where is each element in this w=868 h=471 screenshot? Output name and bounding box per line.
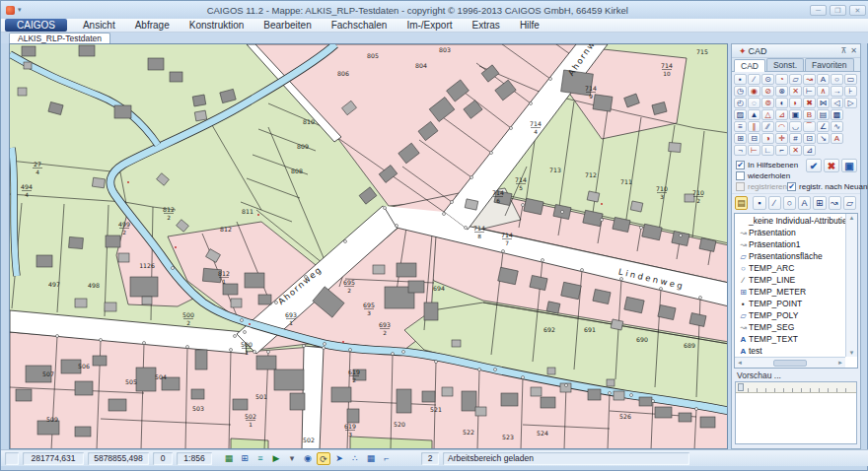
filter-line[interactable]: ∕ [768,196,781,210]
perpendicular-tool[interactable]: ⊢ [803,86,816,97]
apply-button[interactable]: ✔ [806,159,822,172]
direction-tool[interactable]: → [831,86,843,97]
quick-access-caret-icon[interactable]: ▾ [18,6,22,14]
select-icon[interactable]: ➤ [332,452,346,465]
rectangle-tool[interactable]: ▭ [844,74,857,85]
layer-item-temppoint[interactable]: ▪TEMP_POINT [735,298,845,309]
circle-center-tool[interactable]: ⊙ [761,74,774,85]
layer-item-keineindividualattributierung[interactable]: _keine Individual-Attributierung [735,215,845,227]
menu-imexport[interactable]: Im-/Export [397,19,462,32]
triangle-tool[interactable]: △ [761,109,774,120]
hatch-grid-tool[interactable]: # [789,133,802,144]
panel-tab-sonst[interactable]: Sonst. [766,58,804,71]
maximize-button[interactable]: ❐ [830,5,846,16]
map-canvas[interactable]: 2744944499281228128121112649749881181080… [9,43,728,449]
triangle-filled-tool[interactable]: ▲ [748,109,760,120]
table-tool[interactable]: ▤ [817,109,830,120]
menu-bearbeiten[interactable]: Bearbeiten [253,19,321,32]
tab-alkis-rlp-testdaten[interactable]: ALKIS_RLP-Testdaten [9,33,110,43]
view-icon[interactable]: ◉ [301,452,315,465]
layer-list-vscrollbar[interactable]: ▲▼ [845,214,857,357]
panel-header[interactable]: ✦ CAD ⊼ ✕ [732,44,860,58]
point-tool[interactable]: ▪ [734,74,747,85]
menu-caigos[interactable]: CAIGOS [5,19,67,32]
right-triangle-tool[interactable]: ⊿ [775,109,788,120]
layer-item-tempseg[interactable]: ↝TEMP_SEG [735,321,845,333]
parallel-tool[interactable]: ∥ [748,121,760,132]
filter-point[interactable]: ▪ [753,196,765,210]
panel-close-icon[interactable]: ✕ [850,46,857,55]
extend-tool[interactable]: ⊢ [748,145,760,156]
layer-grid-icon[interactable]: ▦ [222,452,236,465]
level-tool[interactable]: ⊟ [748,133,760,144]
parallel-lines-tool[interactable]: ≡ [734,121,747,132]
angle-arc-tool[interactable]: ⊿ [803,145,816,156]
tangent-left-tool[interactable]: ◁ [831,98,843,108]
layer-item-temparc[interactable]: ○TEMP_ARC [735,262,845,274]
hscroll-thumb[interactable] [773,360,807,367]
layer-item-test[interactable]: Atest [735,345,845,357]
meter-tool[interactable]: ⊞ [734,133,747,144]
offset-tool[interactable]: ⊦ [844,86,857,97]
dropdown-icon[interactable]: ▾ [285,452,299,465]
half-circle-left-tool[interactable]: ◖ [775,98,788,108]
filter-circle[interactable]: ○ [783,196,796,210]
layer-item-prsentationsflche[interactable]: ▱Präsentationsfläche [735,250,845,262]
wave-tool[interactable]: ∿ [831,121,843,132]
menu-extras[interactable]: Extras [463,19,510,32]
arc-3pt-tool[interactable]: ◷ [734,86,747,97]
menu-fachschalen[interactable]: Fachschalen [322,19,398,32]
grid-icon[interactable]: ▦ [364,452,378,465]
close-button[interactable]: ✕ [849,5,866,16]
circle-tool[interactable]: ○ [831,74,843,85]
filter-meter[interactable]: ⊞ [813,196,826,210]
arc-lower-tool[interactable]: ◡ [789,121,802,132]
info-button[interactable]: ▣ [841,159,857,172]
layer-item-templine[interactable]: ∕TEMP_LINE [735,274,845,286]
arc-start-tool[interactable]: ◴ [734,98,747,108]
corner-tool[interactable]: ⌐ [775,145,788,156]
circle-2pt-tool[interactable]: ◉ [748,86,760,97]
filter-poly[interactable]: ▱ [843,196,856,210]
minimize-button[interactable]: ─ [810,5,827,16]
registrieren-checkbox[interactable] [736,182,745,191]
box-point-tool[interactable]: ⊡ [803,133,816,144]
layer-list[interactable]: _keine Individual-Attributierung↝Präsent… [734,213,858,369]
layer-item-tempmeter[interactable]: ⊞TEMP_METER [735,286,845,298]
menu-hilfe[interactable]: Hilfe [510,19,549,32]
half-circle-right-tool[interactable]: ◗ [789,98,802,108]
layer-item-prsentation1[interactable]: ↝Präsentation1 [735,238,845,250]
menu-abfrage[interactable]: Abfrage [125,19,180,32]
right-angle-tool[interactable]: ∟ [761,145,774,156]
layer-item-temppoly[interactable]: ▱TEMP_POLY [735,309,845,321]
cancel-button[interactable]: ✖ [824,159,839,172]
join-tool[interactable]: ⋈ [817,98,830,108]
trim-tool[interactable]: ¬ [734,145,747,156]
arc-tool[interactable]: ◔ [775,74,788,85]
move-entity-tool[interactable]: ↘ [817,133,830,144]
ortho-icon[interactable]: ⌐ [380,452,394,465]
concentric-circle-tool[interactable]: ⊚ [761,98,774,108]
delete-point-tool[interactable]: ✖ [803,98,816,108]
circle-point-tool[interactable]: ⊗ [775,86,788,97]
filter-seg[interactable]: ↝ [829,196,841,210]
arc-segment-tool[interactable]: ⌒ [803,121,816,132]
layer-item-temptext[interactable]: ATEMP_TEXT [735,333,845,345]
add-layer-icon[interactable]: ⊞ [238,452,252,465]
panel-tab-cad[interactable]: CAD [734,59,765,72]
construction-circle-tool[interactable]: ◌ [748,98,760,108]
hatch-tool[interactable]: ▨ [734,109,747,120]
neuanlage-checkbox[interactable]: ✔ [787,182,796,191]
wiederholen-checkbox[interactable] [736,171,745,180]
layer-list-hscrollbar[interactable]: ◄► [735,357,845,368]
cross-marker-tool[interactable]: ✛ [775,133,788,144]
spline-tool[interactable]: ↝ [803,74,816,85]
hilfsebenen-checkbox[interactable]: ✔ [736,161,745,169]
text-tool[interactable]: A [817,74,830,85]
title-bar[interactable]: ▾ CAIGOS 11.2 - Mappe: ALKIS_RLP-Testdat… [1,1,868,19]
menu-ansicht[interactable]: Ansicht [73,19,125,32]
angle-tool[interactable]: ∧ [817,86,830,97]
panel-tab-favoriten[interactable]: Favoriten [805,58,853,71]
map-scale[interactable]: 1:856 [177,452,212,465]
tangent-circle-tool[interactable]: ⊘ [761,86,774,97]
